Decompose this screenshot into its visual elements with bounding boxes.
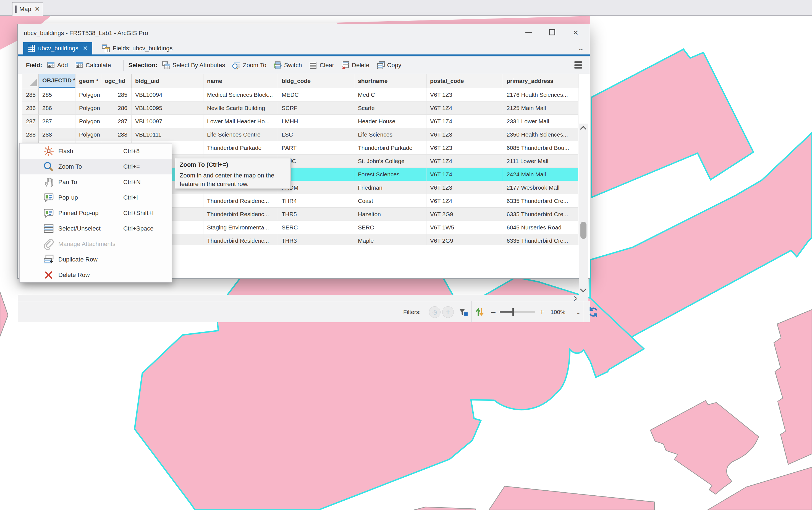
row-number-cell[interactable]: 285	[22, 88, 39, 102]
table-cell-postal_code[interactable]: V6T 1Z4	[427, 168, 503, 181]
menu-item-select-unselect[interactable]: Select/Unselect Ctrl+Space	[20, 221, 172, 236]
sort-icon[interactable]	[475, 301, 485, 322]
menu-item-duplicate-row[interactable]: Duplicate Row	[20, 252, 172, 267]
table-cell-bldg_code[interactable]: PART	[278, 141, 354, 154]
tab-ubcv-buildings[interactable]: ubcv_buildings ✕	[23, 42, 92, 54]
table-cell-geom[interactable]: Polygon	[76, 88, 101, 102]
column-header-postal-code[interactable]: postal_code	[427, 74, 503, 88]
table-cell-objectid[interactable]: 286	[39, 102, 76, 115]
table-cell-postal_code[interactable]: V6T 1Z3	[427, 88, 503, 102]
table-cell-primary_address[interactable]: 2125 Main Mall	[503, 102, 578, 115]
table-cell-primary_address[interactable]: 6045 Nurseries Road	[503, 221, 578, 234]
building-polygon-selected[interactable]	[591, 49, 753, 197]
column-header-bldg-uid[interactable]: bldg_uid	[132, 74, 203, 88]
window-title-bar[interactable]: ubcv_buildings - FRST538_Lab1 - ArcGIS P…	[18, 24, 590, 42]
table-cell-shortname[interactable]: SERC	[354, 221, 427, 234]
close-icon[interactable]: ✕	[83, 45, 88, 52]
table-cell-shortname[interactable]: Maple	[354, 234, 427, 245]
column-header-objectid[interactable]: OBJECTID *	[39, 74, 76, 88]
delete-selection-button[interactable]: Delete	[341, 61, 370, 69]
map-view-tab[interactable]: Map ✕	[12, 2, 43, 16]
table-cell-bldg_code[interactable]: MEDC	[278, 88, 354, 102]
table-cell-geom[interactable]: Polygon	[76, 115, 101, 128]
table-row[interactable]: 287287Polygon287VBL10097Lower Mall Heade…	[22, 115, 578, 128]
table-cell-shortname[interactable]: Header House	[354, 115, 427, 128]
scroll-up-icon[interactable]	[580, 126, 586, 133]
menu-icon[interactable]	[574, 61, 582, 68]
add-field-button[interactable]: Add	[47, 61, 68, 69]
column-header-shortname[interactable]: shortname	[354, 74, 427, 88]
table-cell-primary_address[interactable]: 2331 Lower Mall	[503, 115, 578, 128]
row-number-cell[interactable]: 286	[22, 102, 39, 115]
table-cell-postal_code[interactable]: V6T 1Z4	[427, 102, 503, 115]
table-cell-objectid[interactable]: 285	[39, 88, 76, 102]
table-cell-shortname[interactable]: Scarfe	[354, 102, 427, 115]
zoom-slider[interactable]	[500, 301, 535, 322]
table-cell-bldg_uid[interactable]: VBL10097	[132, 115, 203, 128]
table-cell-bldg_uid[interactable]: VBL10095	[132, 102, 203, 115]
table-cell-shortname[interactable]: Med C	[354, 88, 427, 102]
horizontal-scrollbar[interactable]: >	[18, 295, 588, 301]
table-cell-name[interactable]: Lower Mall Header Ho...	[203, 115, 278, 128]
table-cell-primary_address[interactable]: 2350 Health Sciences...	[503, 128, 578, 141]
refresh-icon[interactable]	[587, 301, 599, 322]
copy-selection-button[interactable]: Copy	[377, 61, 401, 69]
row-number-cell[interactable]: 287	[22, 115, 39, 128]
table-cell-bldg_uid[interactable]: VBL10111	[132, 128, 203, 141]
switch-selection-button[interactable]: Switch	[273, 61, 302, 69]
column-header-bldg-code[interactable]: bldg_code	[278, 74, 354, 88]
column-header-ogc-fid[interactable]: ogc_fid	[101, 74, 132, 88]
building-polygon[interactable]	[414, 507, 476, 510]
menu-item-flash[interactable]: Flash Ctrl+8	[20, 143, 172, 159]
row-number-cell[interactable]: 288	[22, 128, 39, 141]
vertical-scrollbar[interactable]	[579, 123, 588, 295]
table-cell-bldg_code[interactable]: LMHH	[278, 115, 354, 128]
table-cell-name[interactable]: Medical Sciences Block...	[203, 88, 278, 102]
tab-fields[interactable]: Fields: ubcv_buildings	[98, 42, 176, 54]
table-cell-name[interactable]: Thunderbird Parkade	[203, 141, 278, 154]
menu-item-popup[interactable]: Pop-up Ctrl+I	[20, 190, 172, 205]
chevron-down-icon[interactable]: ⌄	[577, 45, 584, 52]
table-cell-primary_address[interactable]: 6085 Thunderbird Bou...	[503, 141, 578, 154]
clear-selection-button[interactable]: Clear	[309, 61, 334, 69]
table-row[interactable]: 285285Polygon285VBL10094Medical Sciences…	[22, 88, 578, 102]
building-polygon[interactable]	[489, 486, 655, 510]
table-cell-bldg_code[interactable]: THR5	[278, 207, 354, 221]
table-cell-postal_code[interactable]: V6T 1Z3	[427, 128, 503, 141]
table-cell-primary_address[interactable]: 2177 Wesbrook Mall	[503, 181, 578, 194]
table-cell-shortname[interactable]: Coast	[354, 194, 427, 207]
table-cell-shortname[interactable]: St. John's College	[354, 154, 427, 168]
table-cell-name[interactable]: Neville Scarfe Building	[203, 102, 278, 115]
building-polygon[interactable]	[774, 310, 812, 464]
table-cell-shortname[interactable]: Forest Sciences	[354, 168, 427, 181]
table-cell-bldg_code[interactable]: SERC	[278, 221, 354, 234]
column-header-geom[interactable]: geom *	[76, 74, 101, 88]
scrollbar-thumb[interactable]	[580, 222, 586, 239]
table-cell-bldg_code[interactable]: THR4	[278, 194, 354, 207]
zoom-out-icon[interactable]: –	[491, 301, 496, 322]
table-cell-shortname[interactable]: Life Sciences	[354, 128, 427, 141]
building-polygon[interactable]	[650, 400, 759, 494]
menu-item-pan-to[interactable]: Pan To Ctrl+N	[20, 174, 172, 190]
close-icon[interactable]: ✕	[34, 5, 40, 13]
table-cell-name[interactable]: Thunderbird Residenc...	[203, 207, 278, 221]
menu-item-zoom-to[interactable]: Zoom To Ctrl+=	[20, 159, 172, 174]
table-cell-ogc_fid[interactable]: 287	[101, 115, 132, 128]
scroll-down-icon[interactable]	[580, 286, 586, 292]
table-cell-shortname[interactable]: Hazelton	[354, 207, 427, 221]
table-cell-postal_code[interactable]: V6T 2G9	[427, 207, 503, 221]
table-cell-ogc_fid[interactable]: 285	[101, 88, 132, 102]
select-all-corner[interactable]	[22, 74, 39, 88]
close-button[interactable]: ×	[567, 24, 584, 40]
table-cell-primary_address[interactable]: 6335 Thunderbird Cre...	[503, 194, 578, 207]
zoom-in-icon[interactable]: +	[540, 301, 545, 322]
maximize-button[interactable]	[544, 24, 561, 40]
table-cell-postal_code[interactable]: V6T 2G9	[427, 234, 503, 245]
chevron-down-icon[interactable]: ⌄	[575, 301, 582, 322]
table-cell-postal_code[interactable]: V6T 1Z3	[427, 141, 503, 154]
menu-item-delete-row[interactable]: Delete Row	[20, 267, 172, 283]
column-header-name[interactable]: name	[203, 74, 278, 88]
table-cell-postal_code[interactable]: V6T 1Z3	[427, 181, 503, 194]
table-cell-primary_address[interactable]: 2111 Lower Mall	[503, 154, 578, 168]
table-cell-name[interactable]: Thunderbird Residenc...	[203, 194, 278, 207]
